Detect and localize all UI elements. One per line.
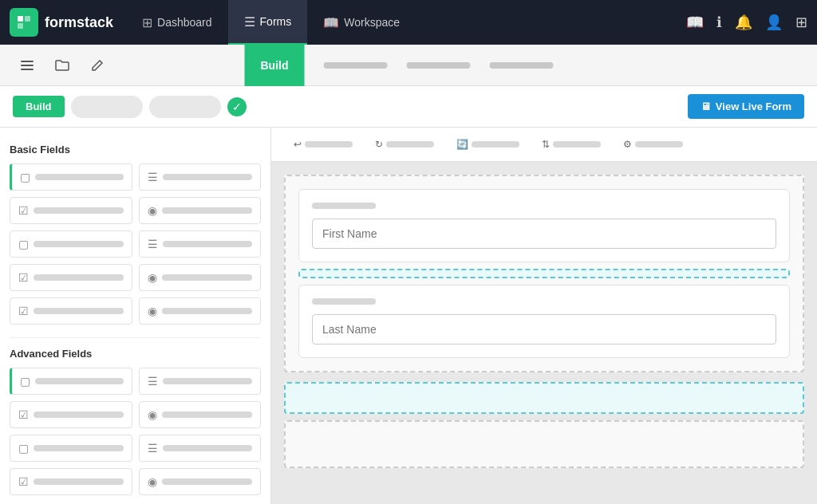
adv-field-icon-3: ☑	[18, 408, 29, 421]
nav-label-workspace: Workspace	[344, 16, 400, 29]
field-item[interactable]: ☑	[10, 197, 132, 224]
field-label-bar	[162, 207, 253, 214]
top-nav: formstack ⊞ Dashboard ☰ Forms 📖 Workspac…	[0, 0, 817, 45]
bookmark-icon[interactable]: 📖	[686, 14, 704, 31]
layout-btn[interactable]: ⇅	[532, 134, 610, 155]
logo-icon	[10, 8, 38, 37]
field-item[interactable]: ◉	[139, 468, 262, 495]
form-canvas	[271, 162, 817, 481]
build-button[interactable]: Build	[13, 96, 65, 117]
field-icon-7: ☑	[18, 271, 29, 284]
svg-rect-3	[21, 61, 34, 62]
field-label-bar	[34, 241, 124, 247]
field-item[interactable]: ☰	[139, 435, 262, 462]
drop-zone-1	[298, 269, 790, 278]
svg-rect-0	[18, 16, 23, 22]
view-live-button[interactable]: 🖥 View Live Form	[688, 94, 804, 119]
field-icon-1: ▢	[20, 171, 30, 183]
field-item[interactable]: ▢	[10, 163, 132, 191]
form-field-group-1	[298, 189, 790, 262]
save-pill-1	[71, 96, 143, 118]
undo-btn[interactable]: ↩	[284, 134, 362, 155]
section-divider	[10, 337, 261, 338]
logo-area: formstack	[10, 8, 113, 37]
field-item[interactable]: ☰	[139, 163, 262, 191]
main-layout: Basic Fields ▢ ☰ ☑ ◉ ▢	[0, 128, 817, 504]
field-item[interactable]: ☑	[10, 468, 132, 495]
field-item[interactable]: ☰	[139, 368, 262, 395]
field-item[interactable]: ◉	[139, 264, 262, 291]
build-tab[interactable]: Build	[245, 45, 305, 86]
nav-item-dashboard[interactable]: ⊞ Dashboard	[126, 0, 228, 45]
field-label-bar	[34, 308, 124, 314]
field-icon-10: ◉	[148, 305, 157, 317]
redo-btn[interactable]: ↻	[365, 134, 444, 155]
basic-fields-title: Basic Fields	[10, 144, 261, 156]
nav-right-icons: 📖 ℹ 🔔 👤 ⊞	[686, 14, 807, 31]
field-label-placeholder	[312, 203, 376, 209]
field-label-bar	[163, 241, 253, 247]
field-icon-2: ☰	[148, 171, 158, 183]
apps-icon[interactable]: ⊞	[795, 14, 807, 31]
tab-pill-3	[490, 62, 554, 69]
svg-rect-2	[18, 23, 23, 29]
adv-field-icon-4: ◉	[148, 408, 157, 421]
redo-icon: ↻	[375, 139, 383, 150]
field-label-bar	[163, 378, 253, 384]
field-label-bar	[34, 207, 124, 214]
field-item[interactable]: ◉	[139, 197, 262, 224]
last-name-input[interactable]	[312, 314, 776, 345]
secondary-toolbar: Build	[0, 45, 817, 86]
field-label-bar	[163, 174, 253, 180]
field-item[interactable]: ☑	[10, 264, 132, 291]
form-section-outer	[284, 175, 804, 372]
nav-label-forms: Forms	[260, 15, 292, 28]
field-item[interactable]: ◉	[139, 297, 262, 325]
field-item[interactable]: ◉	[139, 401, 262, 428]
advanced-fields-grid: ▢ ☰ ☑ ◉ ▢ ☰	[10, 368, 261, 495]
adv-field-icon-6: ☰	[148, 442, 158, 455]
field-item[interactable]: ☰	[139, 230, 262, 258]
field-label-bar	[162, 274, 253, 281]
field-label-placeholder-2	[312, 298, 376, 305]
form-canvas-area: ↩ ↻ 🔄 ⇅ ⚙	[271, 128, 817, 504]
svg-rect-4	[21, 65, 34, 66]
form-field-group-2	[298, 285, 790, 358]
adv-field-icon-2: ☰	[148, 375, 158, 388]
nav-item-workspace[interactable]: 📖 Workspace	[307, 0, 416, 45]
sidebar-toggle-btn[interactable]	[13, 51, 41, 80]
folder-btn[interactable]	[48, 51, 77, 80]
field-label-bar	[163, 445, 253, 451]
edit-btn[interactable]	[83, 51, 112, 80]
save-pill-2	[149, 96, 221, 118]
field-icon-8: ◉	[148, 271, 157, 284]
field-label-bar	[34, 478, 124, 485]
info-icon[interactable]: ℹ	[716, 14, 722, 31]
first-name-input[interactable]	[312, 219, 776, 249]
field-icon-9: ☑	[18, 305, 29, 317]
user-icon[interactable]: 👤	[765, 14, 783, 31]
tab-pill-2	[407, 62, 471, 69]
drop-zone-bottom	[284, 382, 804, 414]
settings-btn[interactable]: ⚙	[614, 134, 693, 155]
monitor-icon: 🖥	[701, 100, 711, 112]
basic-fields-grid: ▢ ☰ ☑ ◉ ▢ ☰	[10, 163, 261, 325]
field-item[interactable]: ☑	[10, 297, 132, 325]
field-label-bar	[162, 411, 253, 418]
check-icon: ✓	[227, 97, 247, 116]
field-label-bar	[34, 411, 124, 418]
field-item[interactable]: ▢	[10, 368, 132, 395]
canvas-toolbar: ↩ ↻ 🔄 ⇅ ⚙	[271, 128, 817, 162]
field-item[interactable]: ▢	[10, 435, 132, 462]
field-label-bar	[35, 378, 124, 384]
dashboard-icon: ⊞	[142, 15, 152, 30]
nav-label-dashboard: Dashboard	[157, 16, 212, 29]
layout-icon: ⇅	[542, 139, 550, 150]
field-item[interactable]: ▢	[10, 230, 132, 258]
refresh-btn[interactable]: 🔄	[447, 134, 529, 155]
bell-icon[interactable]: 🔔	[735, 14, 752, 31]
field-icon-3: ☑	[18, 204, 29, 217]
field-item[interactable]: ☑	[10, 401, 132, 428]
nav-item-forms[interactable]: ☰ Forms	[228, 0, 308, 45]
adv-field-icon-5: ▢	[18, 442, 29, 455]
